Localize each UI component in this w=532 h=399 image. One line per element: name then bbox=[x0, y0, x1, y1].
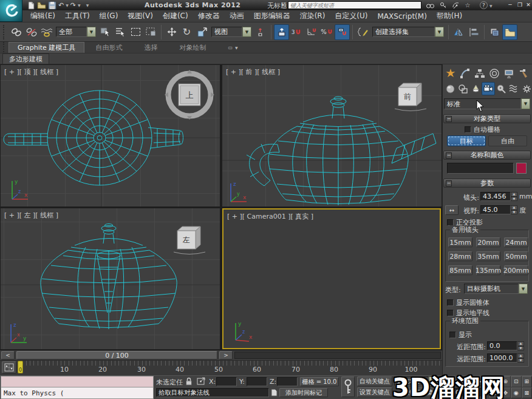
unlink-selection-icon[interactable] bbox=[24, 24, 39, 40]
y-coordinate-field[interactable] bbox=[247, 377, 267, 386]
auto-key-button[interactable]: 自动关键点 bbox=[357, 377, 392, 386]
lights-category-icon[interactable] bbox=[469, 82, 482, 95]
search-binoculars-icon[interactable] bbox=[425, 1, 435, 9]
show-horizon-checkbox[interactable] bbox=[447, 310, 454, 316]
viewport-label-top[interactable]: [ + ][ 顶 ][ 线框 ] bbox=[4, 67, 58, 77]
select-and-link-icon[interactable] bbox=[9, 24, 24, 40]
spacewarps-category-icon[interactable] bbox=[507, 82, 520, 95]
collapse-icon[interactable]: − bbox=[446, 116, 452, 122]
modify-tab-icon[interactable] bbox=[459, 67, 472, 80]
utilities-tab-icon[interactable] bbox=[517, 67, 530, 80]
close-button[interactable]: ✕ bbox=[525, 2, 532, 9]
motion-tab-icon[interactable] bbox=[488, 67, 501, 80]
menu-edit[interactable]: 编辑(E) bbox=[26, 11, 60, 21]
select-and-rotate-icon[interactable]: ↻ bbox=[179, 24, 194, 40]
viewport-label-camera[interactable]: [ + ][ Camera001 ][ 真实 ] bbox=[227, 212, 313, 221]
collapse-icon[interactable]: − bbox=[446, 180, 452, 186]
track-bar-ticks[interactable] bbox=[18, 361, 441, 366]
viewcube-left[interactable]: 左 bbox=[172, 223, 206, 255]
spinner-snap-icon[interactable] bbox=[335, 24, 350, 40]
camera-category-dropdown[interactable]: 标准 ▼ bbox=[444, 98, 530, 109]
toolbar-grip[interactable] bbox=[3, 25, 7, 39]
dropdown-arrow-icon[interactable]: ▼ bbox=[242, 27, 251, 37]
lens-35mm-button[interactable]: 35mm bbox=[476, 251, 500, 261]
geometry-category-icon[interactable] bbox=[443, 82, 457, 95]
near-range-spinner[interactable]: ▲▼ bbox=[517, 341, 524, 350]
select-object-icon[interactable] bbox=[98, 24, 113, 40]
lens-200mm-button[interactable]: 200mm bbox=[504, 265, 528, 275]
maxscript-mini-listener[interactable]: Max to Physcs ( bbox=[1, 387, 154, 399]
lens-20mm-button[interactable]: 20mm bbox=[476, 237, 500, 247]
next-frame-button[interactable]: > bbox=[219, 351, 233, 360]
dropdown-arrow-icon[interactable]: ▼ bbox=[521, 98, 530, 109]
open-mini-curve-editor-button[interactable] bbox=[2, 361, 16, 373]
dropdown-arrow-icon[interactable]: ▼ bbox=[435, 27, 444, 37]
show-cone-checkbox[interactable] bbox=[447, 299, 454, 306]
tab-freeform[interactable]: 自由形式 bbox=[84, 42, 133, 53]
help-icon[interactable]: ? bbox=[480, 1, 488, 9]
layer-manager-icon[interactable] bbox=[487, 24, 502, 40]
target-camera-button[interactable]: 目标 bbox=[447, 135, 486, 146]
edit-named-selection-icon[interactable] bbox=[355, 24, 370, 40]
keyshortcut-icon[interactable] bbox=[438, 1, 448, 9]
tab-selection[interactable]: 选择 bbox=[133, 42, 168, 53]
set-key-button[interactable]: 设置关键点 bbox=[357, 387, 392, 397]
helpers-category-icon[interactable] bbox=[494, 82, 508, 95]
set-key-mode-button[interactable] bbox=[341, 377, 355, 397]
systems-category-icon[interactable] bbox=[520, 82, 532, 95]
free-camera-button[interactable]: 自由 bbox=[488, 135, 527, 146]
reference-coordinate-dropdown[interactable]: 视图 ▼ bbox=[211, 27, 251, 37]
viewport-camera[interactable]: [ + ][ Camera001 ][ 真实 ] bbox=[222, 208, 441, 349]
favorites-star-icon[interactable]: ☆ bbox=[463, 1, 472, 9]
fov-value-field[interactable]: 45.0 bbox=[480, 205, 511, 214]
lens-28mm-button[interactable]: 28mm bbox=[448, 251, 472, 261]
bind-to-spacewarp-icon[interactable] bbox=[39, 24, 54, 40]
far-range-field[interactable]: 1000.0 bbox=[487, 353, 517, 363]
time-slider-track[interactable] bbox=[234, 352, 441, 359]
restore-button[interactable]: ❐ bbox=[516, 2, 523, 9]
cameras-category-icon[interactable] bbox=[482, 82, 495, 95]
redo-icon[interactable]: ↷ bbox=[70, 1, 76, 9]
absolute-offset-toggle-icon[interactable] bbox=[196, 377, 206, 386]
object-color-swatch[interactable] bbox=[516, 163, 527, 174]
rectangular-selection-region-icon[interactable] bbox=[128, 24, 143, 40]
z-coordinate-field[interactable] bbox=[277, 377, 298, 386]
env-show-checkbox[interactable] bbox=[449, 332, 456, 338]
menu-group[interactable]: 组(G) bbox=[95, 11, 123, 21]
ribbon-minimize-button[interactable]: ▭ ▼ bbox=[217, 42, 248, 53]
tab-graphite-modeling[interactable]: Graphite 建模工具 bbox=[9, 42, 84, 53]
selection-lock-icon[interactable] bbox=[185, 377, 193, 386]
select-by-name-icon[interactable] bbox=[113, 24, 128, 40]
save-file-icon[interactable] bbox=[48, 1, 56, 10]
rollout-object-type[interactable]: − 对象类型 bbox=[443, 114, 531, 123]
menu-animation[interactable]: 动画 bbox=[225, 11, 249, 21]
search-toggle-icon[interactable]: ▸ bbox=[282, 2, 284, 7]
x-coordinate-field[interactable] bbox=[216, 377, 237, 386]
panel-polygon-modeling[interactable]: 多边形建模 bbox=[2, 53, 49, 64]
tab-object-paint[interactable]: 对象绘制 bbox=[168, 42, 217, 53]
infocenter-search-input[interactable] bbox=[288, 1, 421, 9]
viewcube-front[interactable]: 前 bbox=[394, 80, 428, 112]
collapse-icon[interactable]: − bbox=[446, 152, 452, 159]
qat-overflow-icon[interactable]: ▼ bbox=[86, 3, 89, 7]
minimize-button[interactable]: ─ bbox=[506, 2, 514, 9]
near-range-field[interactable]: 0.0 bbox=[487, 341, 517, 350]
help-dropdown-icon[interactable]: ▼ bbox=[489, 4, 493, 8]
maxscript-macro-recorder[interactable] bbox=[1, 376, 154, 387]
menu-help[interactable]: 帮助(H) bbox=[432, 11, 467, 21]
lens-spinner[interactable]: ▲▼ bbox=[511, 192, 517, 201]
use-pivot-center-icon[interactable] bbox=[253, 24, 268, 40]
lens-135mm-button[interactable]: 135mm bbox=[476, 265, 500, 275]
undo-icon[interactable]: ↶ bbox=[58, 1, 64, 9]
redo-dropdown-icon[interactable]: ▼ bbox=[78, 3, 81, 7]
mirror-icon[interactable] bbox=[451, 24, 466, 40]
far-range-spinner[interactable]: ▲▼ bbox=[517, 353, 524, 363]
menu-maxscript[interactable]: MAXScript(M) bbox=[373, 12, 432, 21]
menu-modifiers[interactable]: 修改器 bbox=[193, 11, 225, 21]
fov-spinner[interactable]: ▲▼ bbox=[511, 205, 517, 214]
select-and-scale-icon[interactable] bbox=[194, 24, 210, 40]
object-name-field[interactable] bbox=[447, 163, 514, 174]
dropdown-arrow-icon[interactable]: ▼ bbox=[519, 284, 528, 294]
create-tab-icon[interactable] bbox=[444, 67, 457, 80]
time-tag-icon[interactable] bbox=[271, 389, 278, 397]
